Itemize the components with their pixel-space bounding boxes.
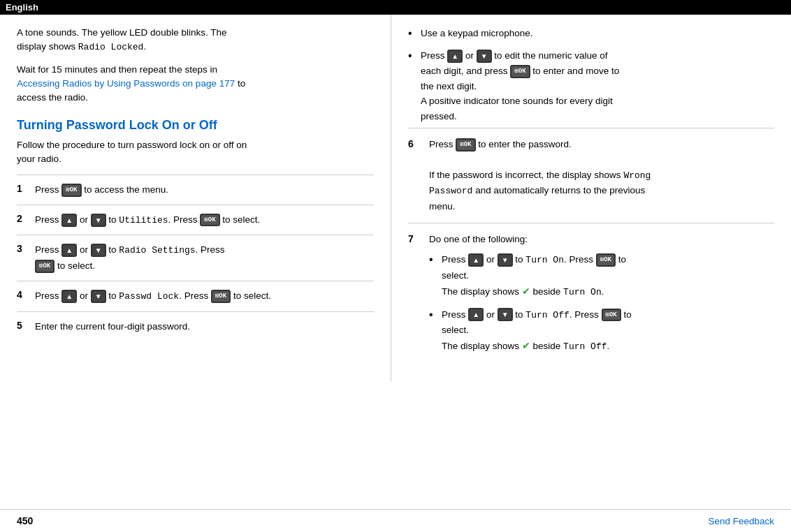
step4-text1: Press bbox=[35, 290, 61, 301]
step7-b2-text5: select. bbox=[442, 325, 469, 335]
step-4-num: 4 bbox=[17, 288, 35, 300]
step3-text1: Press bbox=[35, 244, 61, 255]
step-2-num: 2 bbox=[17, 212, 35, 224]
step4-up-btn: ▲ bbox=[61, 290, 77, 303]
send-feedback-link[interactable]: Send Feedback bbox=[708, 516, 774, 526]
step-5-content: Enter the current four-digit password. bbox=[35, 319, 374, 334]
step1-text2: to access the menu. bbox=[82, 184, 169, 195]
step1-text1: Press bbox=[35, 184, 61, 195]
step6-text4: and automatically returns to the previou… bbox=[472, 185, 645, 195]
bullet2-text4: to enter and move to bbox=[530, 66, 620, 76]
step7-b1-ok-btn: ⊞OK bbox=[596, 253, 616, 267]
step2-text4: to select. bbox=[220, 214, 261, 225]
intro-period: . bbox=[143, 41, 146, 52]
step-2: 2 Press ▲ or ▼ to Utilities. Press ⊞OK t… bbox=[17, 205, 374, 235]
step2-down-btn: ▼ bbox=[91, 214, 106, 227]
step7-b2-mono1: Turn Off bbox=[525, 310, 569, 320]
step7-intro: Do one of the following: bbox=[429, 234, 528, 244]
intro-line1: A tone sounds. The yellow LED double bli… bbox=[17, 27, 226, 38]
footer-bar: 450 Send Feedback bbox=[0, 509, 791, 532]
right-step-6-content: Press ⊞OK to enter the password. If the … bbox=[429, 137, 774, 214]
step7-b1-down-btn: ▼ bbox=[498, 253, 513, 267]
step2-text2: to bbox=[106, 214, 119, 225]
step4-text3: . Press bbox=[179, 290, 211, 301]
intro-line4: Wait for 15 minutes and then repeat the … bbox=[17, 64, 217, 75]
bullet2-text1: Press bbox=[421, 50, 447, 61]
step3-text2: to bbox=[106, 244, 119, 255]
step7-bullet-list: • Press ▲ or ▼ to Turn On. Press ⊞OK to … bbox=[429, 252, 774, 354]
right-step-6-num: 6 bbox=[408, 137, 429, 149]
right-step-7: 7 Do one of the following: • Press ▲ or … bbox=[408, 223, 774, 370]
step-4: 4 Press ▲ or ▼ to Passwd Lock. Press ⊞OK… bbox=[17, 281, 374, 311]
step7-b2-text2: to bbox=[513, 309, 526, 320]
bullet2-text7: pressed. bbox=[421, 111, 457, 121]
step7-b2-text4: to bbox=[621, 309, 632, 320]
step-3-content: Press ▲ or ▼ to Radio Settings. Press ⊞O… bbox=[35, 242, 374, 273]
steps-container: 1 Press ⊞OK to access the menu. 2 Press … bbox=[17, 175, 374, 341]
intro-line6: access the radio. bbox=[17, 92, 88, 103]
step4-down-btn: ▼ bbox=[91, 290, 106, 303]
bullet2-text6: A positive indicator tone sounds for eve… bbox=[421, 96, 613, 106]
intro-line5: to bbox=[235, 78, 245, 89]
section-intro: Follow the procedure to turn password lo… bbox=[17, 138, 374, 167]
page-number: 450 bbox=[17, 515, 33, 526]
step-3-num: 3 bbox=[17, 242, 35, 254]
bullet2-up-btn: ▲ bbox=[447, 50, 463, 63]
bullet2-text3: each digit, and press bbox=[421, 66, 510, 76]
right-step-6: 6 Press ⊞OK to enter the password. If th… bbox=[408, 128, 774, 222]
step7-b2-mono2: Turn Off bbox=[563, 341, 607, 352]
step6-mono1: Wrong bbox=[623, 170, 651, 181]
step7-b1-mono2: Turn On bbox=[563, 287, 602, 297]
bullet-item-1: • Use a keypad microphone. bbox=[408, 26, 774, 41]
step3-text4: to select. bbox=[55, 260, 95, 271]
step3-up-btn: ▲ bbox=[61, 244, 77, 257]
step4-text2: to bbox=[106, 290, 119, 301]
step7-b1-text5: select. bbox=[442, 270, 469, 281]
step7-b1-text6: The display shows bbox=[442, 286, 522, 297]
section-intro-line2: your radio. bbox=[17, 154, 61, 164]
step-1: 1 Press ⊞OK to access the menu. bbox=[17, 175, 374, 205]
step7-b1-text2: to bbox=[513, 254, 526, 265]
section-heading: Turning Password Lock On or Off bbox=[17, 118, 374, 133]
step6-mono2: Password bbox=[429, 186, 472, 196]
step2-up-btn: ▲ bbox=[61, 214, 77, 227]
right-column: • Use a keypad microphone. • Press ▲ or … bbox=[391, 15, 791, 381]
step7-b1-or: or bbox=[484, 254, 498, 265]
step7-b1-up-btn: ▲ bbox=[468, 253, 484, 267]
step7-b2-text8: . bbox=[607, 341, 610, 351]
step6-text3: If the password is incorrect, the displa… bbox=[429, 170, 623, 180]
step7-b1-text1: Press bbox=[442, 254, 468, 265]
step6-text5: menu. bbox=[429, 201, 456, 212]
step2-or: or bbox=[77, 214, 91, 225]
language-label: English bbox=[6, 2, 38, 13]
step7-b2-ok-btn: ⊞OK bbox=[602, 309, 621, 322]
bullet2-ok-btn: ⊞OK bbox=[510, 65, 530, 78]
step7-bullet-2: • Press ▲ or ▼ to Turn Off. Press ⊞OK to… bbox=[429, 307, 774, 355]
step6-text2: to enter the password. bbox=[476, 139, 572, 149]
step4-text4: to select. bbox=[231, 290, 271, 301]
bullet-1-text: Use a keypad microphone. bbox=[421, 26, 533, 41]
step7-b2-text6: The display shows bbox=[442, 341, 522, 351]
step7-b1-content: Press ▲ or ▼ to Turn On. Press ⊞OK to se… bbox=[442, 252, 626, 300]
step7-b2-text1: Press bbox=[442, 309, 468, 320]
step6-ok-btn: ⊞OK bbox=[456, 138, 475, 152]
bullet-dot-1: • bbox=[408, 26, 421, 41]
step7-b1-text7: beside bbox=[530, 286, 563, 297]
accessing-radios-link[interactable]: Accessing Radios by Using Passwords on p… bbox=[17, 78, 235, 89]
bullet2-text5: the next digit. bbox=[421, 81, 477, 91]
step7-b2-or: or bbox=[484, 309, 498, 320]
step7-bullet-1: • Press ▲ or ▼ to Turn On. Press ⊞OK to … bbox=[429, 252, 774, 300]
right-step-7-num: 7 bbox=[408, 232, 429, 244]
intro-mono1: Radio Locked bbox=[78, 42, 144, 52]
step6-text1: Press bbox=[429, 139, 456, 149]
right-step-7-content: Do one of the following: • Press ▲ or ▼ … bbox=[429, 232, 774, 362]
bullet-2-content: Press ▲ or ▼ to edit the numeric value o… bbox=[421, 48, 619, 124]
top-bullet-list: • Use a keypad microphone. • Press ▲ or … bbox=[408, 26, 774, 124]
step7-b2-up-btn: ▲ bbox=[468, 308, 484, 321]
intro-paragraph: A tone sounds. The yellow LED double bli… bbox=[17, 26, 374, 54]
section-intro-line1: Follow the procedure to turn password lo… bbox=[17, 140, 247, 150]
step2-text1: Press bbox=[35, 214, 61, 225]
step7-bullet-dot-2: • bbox=[429, 307, 442, 323]
step5-text: Enter the current four-digit password. bbox=[35, 321, 190, 332]
main-content: A tone sounds. The yellow LED double bli… bbox=[0, 15, 791, 381]
